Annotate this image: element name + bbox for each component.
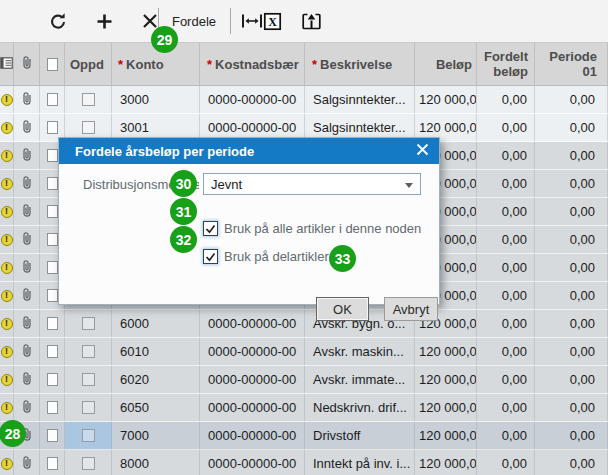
attachment-cell[interactable] xyxy=(14,142,40,169)
periode01-cell[interactable]: 0,00 xyxy=(535,394,608,421)
belop-cell[interactable]: 120 000,00 xyxy=(415,450,477,475)
kostnadsbaerer-cell[interactable]: 0000-00000-00 xyxy=(200,366,305,393)
fordelt-belop-cell[interactable]: 0,00 xyxy=(477,114,535,141)
periode01-cell[interactable]: 0,00 xyxy=(535,114,608,141)
row-checkbox[interactable] xyxy=(82,457,95,470)
beskrivelse-cell[interactable]: Drivstoff xyxy=(305,422,415,449)
note-cell[interactable] xyxy=(40,450,65,475)
refresh-button[interactable] xyxy=(44,6,72,36)
fordelt-belop-cell[interactable]: 0,00 xyxy=(477,310,535,337)
konto-cell[interactable]: 7000 xyxy=(112,422,200,449)
belop-cell[interactable]: 120 000,00 xyxy=(415,86,477,113)
attachment-cell[interactable] xyxy=(14,394,40,421)
belop-cell[interactable]: 120 000,00 xyxy=(415,422,477,449)
oppd-cell[interactable] xyxy=(65,366,112,393)
periode01-cell[interactable]: 0,00 xyxy=(535,310,608,337)
add-row-button[interactable] xyxy=(90,6,118,36)
kostnadsbaerer-cell[interactable]: 0000-00000-00 xyxy=(200,394,305,421)
fordelt-belop-cell[interactable]: 0,00 xyxy=(477,338,535,365)
beskrivelse-cell[interactable]: Avskr. maskin... xyxy=(305,338,415,365)
column-header-beskrivelse[interactable]: *Beskrivelse xyxy=(305,43,415,85)
row-checkbox[interactable] xyxy=(82,401,95,414)
apply-subarticles-checkbox[interactable] xyxy=(203,249,218,264)
column-header-notes[interactable] xyxy=(0,43,14,85)
table-row[interactable]: !60100000-00000-00Avskr. maskin...120 00… xyxy=(0,338,608,366)
row-checkbox[interactable] xyxy=(82,345,95,358)
fordelt-belop-cell[interactable]: 0,00 xyxy=(477,366,535,393)
periode01-cell[interactable]: 0,00 xyxy=(535,226,608,253)
attachment-cell[interactable] xyxy=(14,366,40,393)
attachment-cell[interactable] xyxy=(14,282,40,309)
row-checkbox[interactable] xyxy=(82,317,95,330)
row-checkbox[interactable] xyxy=(82,93,95,106)
attachment-cell[interactable] xyxy=(14,254,40,281)
konto-cell[interactable]: 6050 xyxy=(112,394,200,421)
periode01-cell[interactable]: 0,00 xyxy=(535,198,608,225)
belop-cell[interactable]: 120 000,00 xyxy=(415,338,477,365)
fordelt-belop-cell[interactable]: 0,00 xyxy=(477,226,535,253)
fordelt-belop-cell[interactable]: 0,00 xyxy=(477,422,535,449)
fordelt-belop-cell[interactable]: 0,00 xyxy=(477,254,535,281)
attachment-cell[interactable] xyxy=(14,86,40,113)
beskrivelse-cell[interactable]: Avskr. immate... xyxy=(305,366,415,393)
row-checkbox[interactable] xyxy=(82,429,95,442)
column-header-belop[interactable]: Beløp xyxy=(415,43,477,85)
note-cell[interactable] xyxy=(40,366,65,393)
oppd-cell[interactable] xyxy=(65,422,112,449)
konto-cell[interactable]: 3000 xyxy=(112,86,200,113)
beskrivelse-cell[interactable]: Salgsinntekter... xyxy=(305,86,415,113)
periode01-cell[interactable]: 0,00 xyxy=(535,366,608,393)
fordelt-belop-cell[interactable]: 0,00 xyxy=(477,170,535,197)
kostnadsbaerer-cell[interactable]: 0000-00000-00 xyxy=(200,422,305,449)
column-header-oppd[interactable]: Oppd xyxy=(65,43,112,85)
attachment-cell[interactable] xyxy=(14,226,40,253)
table-row[interactable]: !60000000-00000-00Avskr. bygn. o...120 0… xyxy=(0,310,608,338)
apply-all-articles-checkbox[interactable] xyxy=(203,221,218,236)
belop-cell[interactable]: 120 000,00 xyxy=(415,366,477,393)
kostnadsbaerer-cell[interactable]: 0000-00000-00 xyxy=(200,450,305,475)
table-row[interactable]: !80000000-00000-00Inntekt på inv. i...12… xyxy=(0,450,608,475)
table-row[interactable]: !30000000-00000-00Salgsinntekter...120 0… xyxy=(0,86,608,114)
attachment-cell[interactable] xyxy=(14,170,40,197)
fordelt-belop-cell[interactable]: 0,00 xyxy=(477,86,535,113)
oppd-cell[interactable] xyxy=(65,450,112,475)
periode01-cell[interactable]: 0,00 xyxy=(535,142,608,169)
export-excel-button[interactable]: X xyxy=(258,6,286,36)
periode01-cell[interactable]: 0,00 xyxy=(535,450,608,475)
attachment-cell[interactable] xyxy=(14,450,40,475)
row-checkbox[interactable] xyxy=(82,121,95,134)
fordelt-belop-cell[interactable]: 0,00 xyxy=(477,198,535,225)
column-header-fordelt-belop[interactable]: Fordelt beløp xyxy=(477,43,535,85)
row-checkbox[interactable] xyxy=(82,373,95,386)
fordelt-belop-cell[interactable]: 0,00 xyxy=(477,394,535,421)
konto-cell[interactable]: 6010 xyxy=(112,338,200,365)
column-header-attachments[interactable] xyxy=(14,43,40,85)
note-cell[interactable] xyxy=(40,338,65,365)
konto-cell[interactable]: 6020 xyxy=(112,366,200,393)
fordelt-belop-cell[interactable]: 0,00 xyxy=(477,450,535,475)
beskrivelse-cell[interactable]: Inntekt på inv. i... xyxy=(305,450,415,475)
attachment-cell[interactable] xyxy=(14,198,40,225)
table-row[interactable]: !70000000-00000-00Drivstoff120 000,000,0… xyxy=(0,422,608,450)
column-header-kostnadsbaerer[interactable]: *Kostnadsbær xyxy=(200,43,305,85)
kostnadsbaerer-cell[interactable]: 0000-00000-00 xyxy=(200,86,305,113)
periode01-cell[interactable]: 0,00 xyxy=(535,422,608,449)
konto-cell[interactable]: 8000 xyxy=(112,450,200,475)
note-cell[interactable] xyxy=(40,422,65,449)
oppd-cell[interactable] xyxy=(65,394,112,421)
periode01-cell[interactable]: 0,00 xyxy=(535,282,608,309)
attachment-cell[interactable] xyxy=(14,338,40,365)
oppd-cell[interactable] xyxy=(65,338,112,365)
beskrivelse-cell[interactable]: Nedskrivn. drif... xyxy=(305,394,415,421)
konto-cell[interactable]: 6000 xyxy=(112,310,200,337)
attachment-cell[interactable] xyxy=(14,114,40,141)
column-header-periode01[interactable]: Periode 01 xyxy=(535,43,608,85)
distribution-method-select[interactable]: Jevnt xyxy=(203,173,421,195)
periode01-cell[interactable]: 0,00 xyxy=(535,170,608,197)
kostnadsbaerer-cell[interactable]: 0000-00000-00 xyxy=(200,338,305,365)
ok-button[interactable]: OK xyxy=(316,297,369,321)
periode01-cell[interactable]: 0,00 xyxy=(535,86,608,113)
table-row[interactable]: !60500000-00000-00Nedskrivn. drif...120 … xyxy=(0,394,608,422)
oppd-cell[interactable] xyxy=(65,86,112,113)
attachment-cell[interactable] xyxy=(14,310,40,337)
